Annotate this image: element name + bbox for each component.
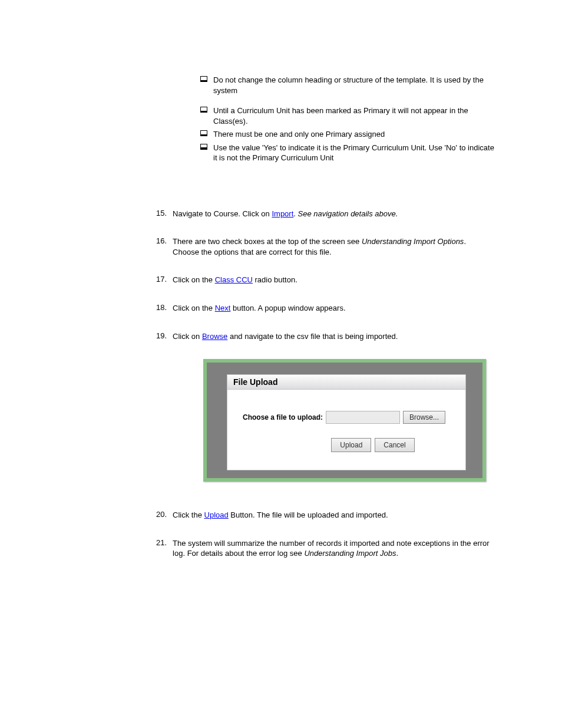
dialog-title: File Upload <box>227 375 465 390</box>
step-row: 18. Click on the Next button. A popup wi… <box>80 303 494 314</box>
step-pre: Click the <box>173 510 204 519</box>
step-row: 19. Click on Browse and navigate to the … <box>80 331 494 342</box>
import-link[interactable]: Import <box>272 209 293 218</box>
bullet-text: Do not change the column heading or stru… <box>213 75 494 95</box>
step-plain: . <box>293 209 297 218</box>
step-after: and navigate to the csv file that is bei… <box>227 332 398 341</box>
bullet-text: Until a Curriculum Unit has been marked … <box>213 106 494 126</box>
step-text: There are two check boxes at the top of … <box>173 236 494 257</box>
step-number: 19. <box>156 331 167 342</box>
step-number: 21. <box>156 538 167 559</box>
step-after: button. A popup window appears. <box>230 304 345 312</box>
step-text: Click the Upload Button. The file will b… <box>173 510 494 521</box>
figure-overlay: File Upload Choose a file to upload: Bro… <box>207 363 482 478</box>
note-bullet: Do not change the column heading or stru… <box>80 75 494 95</box>
upload-button[interactable]: Upload <box>331 438 371 452</box>
bullet-text: Use the value 'Yes' to indicate it is th… <box>213 143 494 163</box>
file-choose-row: Choose a file to upload: Browse... <box>243 411 450 424</box>
square-bullet-icon <box>200 76 207 82</box>
cancel-button[interactable]: Cancel <box>375 438 414 452</box>
step-row: 15. Navigate to Course. Click on Import.… <box>80 209 494 219</box>
square-bullet-icon <box>200 107 207 113</box>
choose-file-label: Choose a file to upload: <box>243 413 323 421</box>
square-bullet-icon <box>200 144 207 150</box>
dialog-body: Choose a file to upload: Browse... Uploa… <box>227 390 465 470</box>
step-italic: Understanding Import Options <box>362 237 464 246</box>
step-text: Click on the Class CCU radio button. <box>173 275 494 285</box>
note-bullet: Use the value 'Yes' to indicate it is th… <box>80 143 494 163</box>
step-pre: There are two check boxes at the top of … <box>173 237 362 246</box>
upload-link[interactable]: Upload <box>204 510 229 519</box>
step-after: Button. The file will be uploaded and im… <box>229 510 388 519</box>
browse-link[interactable]: Browse <box>202 332 227 341</box>
step-after: radio button. <box>253 275 297 284</box>
bullet-text: There must be one and only one Primary a… <box>213 129 385 140</box>
square-bullet-icon <box>200 130 207 136</box>
step-note: See navigation details above. <box>298 209 398 218</box>
step-row: 20. Click the Upload Button. The file wi… <box>80 510 494 521</box>
note-bullet: Until a Curriculum Unit has been marked … <box>80 106 494 126</box>
file-path-input[interactable] <box>326 411 400 424</box>
step-number: 16. <box>156 236 167 257</box>
next-link[interactable]: Next <box>215 304 231 312</box>
step-row: 17. Click on the Class CCU radio button. <box>80 275 494 285</box>
step-pre: Click on the <box>173 275 215 284</box>
browse-button[interactable]: Browse... <box>403 411 445 424</box>
note-bullet: There must be one and only one Primary a… <box>80 129 494 140</box>
step-pre: Navigate to Course. Click on <box>173 209 272 218</box>
step-text: The system will summarize the number of … <box>173 538 494 559</box>
step-pre: Click on the <box>173 304 215 312</box>
dialog-button-row: Upload Cancel <box>243 438 450 452</box>
step-number: 20. <box>156 510 167 521</box>
step-text: Click on the Next button. A popup window… <box>173 303 494 314</box>
file-upload-dialog: File Upload Choose a file to upload: Bro… <box>227 374 466 470</box>
step-text: Click on Browse and navigate to the csv … <box>173 331 494 342</box>
step-pre: Click on <box>173 332 202 341</box>
step-number: 18. <box>156 303 167 314</box>
step-row: 16. There are two check boxes at the top… <box>80 236 494 257</box>
step-text: Navigate to Course. Click on Import. See… <box>173 209 494 219</box>
step-row: 21. The system will summarize the number… <box>80 538 494 559</box>
step-italic: Understanding Import Jobs <box>304 549 396 558</box>
file-upload-figure: File Upload Choose a file to upload: Bro… <box>203 359 486 482</box>
step-number: 15. <box>156 209 167 219</box>
step-number: 17. <box>156 275 167 285</box>
step-after: . <box>396 549 398 558</box>
class-ccu-link[interactable]: Class CCU <box>215 275 253 284</box>
